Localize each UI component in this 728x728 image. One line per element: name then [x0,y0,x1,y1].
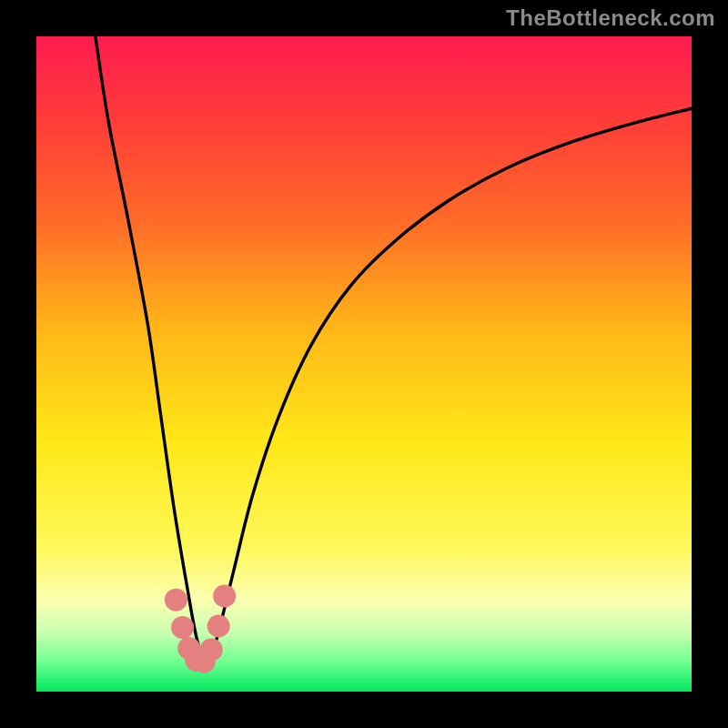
curve-marker [200,638,223,661]
curve-marker [207,615,230,638]
curve-marker [213,584,236,607]
curve-marker [171,616,194,639]
plot-area [36,36,692,692]
curve-marker [165,589,187,612]
outer-frame: TheBottleneck.com [0,0,728,728]
watermark-text: TheBottleneck.com [506,5,715,31]
chart-svg [36,36,692,692]
